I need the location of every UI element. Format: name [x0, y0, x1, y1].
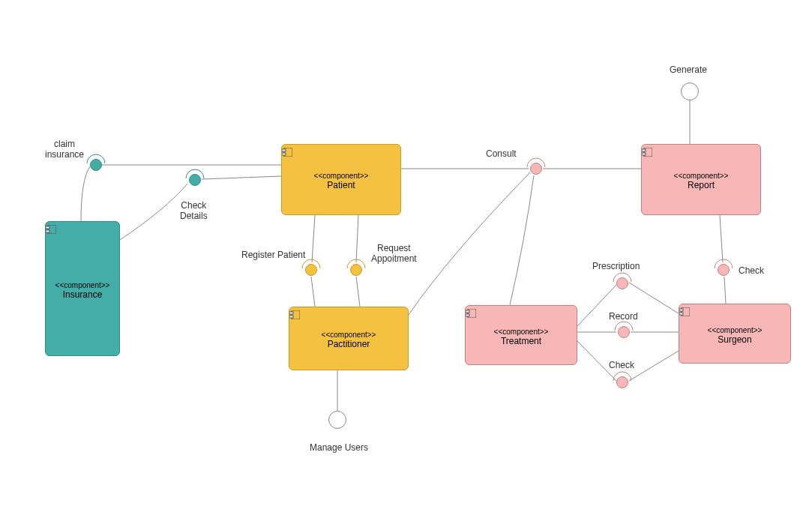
stereotype: <<component>>: [55, 281, 110, 289]
interface-port[interactable]: [618, 326, 630, 338]
component-report[interactable]: <<component>> Report: [641, 144, 761, 215]
interface-port[interactable]: [681, 82, 699, 100]
label-check-report: Check: [739, 265, 764, 276]
label-consult: Consult: [486, 148, 517, 159]
svg-rect-7: [289, 312, 293, 314]
svg-rect-1: [46, 226, 49, 229]
label-claim-insurance: claim insurance: [45, 139, 84, 160]
interface-port[interactable]: [189, 174, 201, 186]
component-name: Pactitioner: [328, 339, 370, 349]
svg-rect-11: [466, 314, 469, 316]
label-generate: Generate: [670, 64, 707, 75]
interface-port[interactable]: [305, 264, 317, 276]
component-icon: [466, 309, 476, 318]
label-register-patient: Register Patient: [241, 250, 305, 260]
stereotype: <<component>>: [708, 326, 763, 334]
label-prescription: Prescription: [592, 261, 640, 271]
label-record: Record: [609, 311, 638, 322]
svg-rect-13: [679, 309, 683, 311]
component-name: Treatment: [501, 336, 541, 346]
component-practitioner[interactable]: <<component>> Pactitioner: [289, 307, 409, 370]
component-insurance[interactable]: <<component>> Insurance: [45, 221, 120, 356]
interface-port[interactable]: [718, 264, 730, 276]
interface-port[interactable]: [90, 159, 102, 171]
component-icon: [679, 307, 690, 316]
svg-rect-16: [642, 149, 646, 151]
svg-rect-2: [46, 230, 49, 232]
interface-port[interactable]: [530, 163, 542, 175]
component-icon: [289, 310, 300, 319]
svg-rect-17: [642, 153, 646, 155]
svg-rect-10: [466, 310, 469, 313]
label-manage-users: Manage Users: [310, 442, 368, 453]
component-surgeon[interactable]: <<component>> Surgeon: [679, 304, 791, 364]
interface-port[interactable]: [616, 376, 628, 388]
component-name: Patient: [327, 180, 355, 190]
svg-rect-8: [289, 316, 293, 318]
component-name: Report: [688, 180, 715, 190]
interface-port[interactable]: [616, 277, 628, 289]
stereotype: <<component>>: [494, 328, 549, 336]
svg-rect-14: [679, 313, 683, 315]
label-request-appointment: Request Appoitment: [371, 243, 417, 265]
component-name: Insurance: [63, 289, 103, 300]
component-name: Surgeon: [718, 334, 751, 345]
svg-rect-4: [282, 149, 286, 151]
label-check-details: Check Details: [180, 200, 208, 222]
component-icon: [46, 225, 56, 234]
label-check-ts: Check: [609, 360, 634, 370]
stereotype: <<component>>: [674, 172, 729, 180]
interface-port[interactable]: [328, 411, 346, 429]
component-icon: [282, 148, 292, 157]
stereotype: <<component>>: [322, 331, 376, 339]
interface-port[interactable]: [350, 264, 362, 276]
component-patient[interactable]: <<component>> Patient: [281, 144, 401, 215]
component-treatment[interactable]: <<component>> Treatment: [465, 305, 577, 365]
svg-rect-5: [282, 153, 286, 155]
component-icon: [642, 148, 652, 157]
stereotype: <<component>>: [314, 172, 369, 180]
